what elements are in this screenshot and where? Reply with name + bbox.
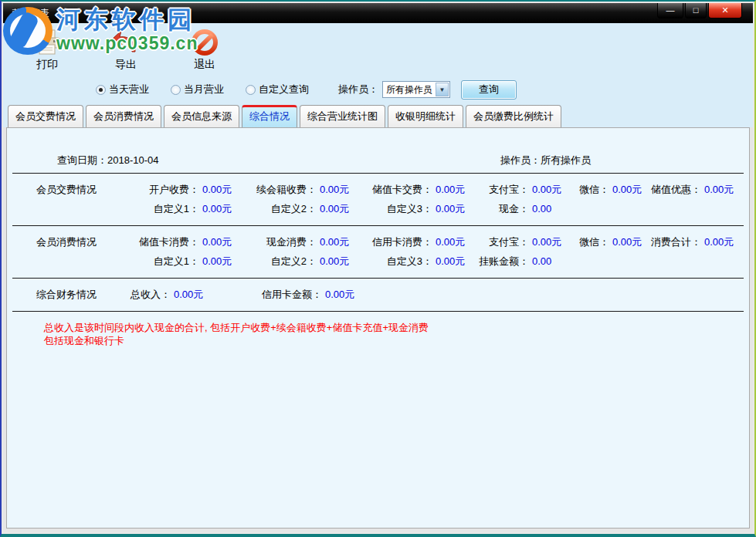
title-bar: 营业报表 — □ ✕ bbox=[3, 3, 753, 23]
report-field: 支付宝： 0.00元 bbox=[474, 235, 571, 249]
query-date-value: 2018-10-04 bbox=[107, 154, 159, 166]
tab-member-consumption[interactable]: 会员消费情况 bbox=[86, 105, 161, 128]
income-note-line2: 包括现金和银行卡 bbox=[44, 334, 749, 347]
report-field: 开户收费： 0.00元 bbox=[121, 183, 241, 197]
section-row: 自定义1： 0.00元 自定义2： 0.00元 自定义3： 0.00元 挂账金额… bbox=[13, 252, 743, 271]
section-row: 自定义1： 0.00元 自定义2： 0.00元 自定义3： 0.00元 现金： … bbox=[13, 199, 743, 218]
report-field: 储值优惠： 0.00元 bbox=[651, 183, 743, 197]
report-field: 储值卡交费： 0.00元 bbox=[358, 183, 474, 197]
section-row: 会员交费情况 开户收费： 0.00元 续会籍收费： 0.00元 储值卡交费： 0… bbox=[13, 180, 743, 199]
report-field: 消费合计： 0.00元 bbox=[651, 235, 743, 249]
report-field: 自定义2： 0.00元 bbox=[241, 255, 358, 268]
report-field: 现金： 0.00 bbox=[474, 202, 571, 216]
close-button[interactable]: ✕ bbox=[708, 3, 742, 19]
report-panel: 查询日期：2018-10-04 操作员：所有操作员 会员交费情况 开户收费： 0… bbox=[6, 127, 750, 529]
minimize-button[interactable]: — bbox=[657, 3, 683, 19]
exit-button[interactable]: 退出 bbox=[182, 27, 227, 72]
section-title: 综合财务情况 bbox=[13, 288, 121, 302]
report-field: 微信： 0.00元 bbox=[571, 183, 651, 197]
operator-info-label: 操作员： bbox=[500, 154, 541, 166]
export-label: 导出 bbox=[115, 58, 137, 72]
section-financial-summary: 综合财务情况 总收入： 0.00元 信用卡金额： 0.00元 bbox=[7, 279, 749, 311]
printer-icon bbox=[32, 27, 63, 58]
report-field: 自定义1： 0.00元 bbox=[121, 255, 241, 268]
tab-cashier-detail[interactable]: 收银明细统计 bbox=[388, 105, 463, 128]
tab-payment-ratio[interactable]: 会员缴费比例统计 bbox=[466, 105, 561, 128]
report-field: 信用卡消费： 0.00元 bbox=[358, 235, 474, 249]
radio-month-business[interactable]: 当月营业 bbox=[171, 83, 224, 96]
tab-strip: 会员交费情况 会员消费情况 会员信息来源 综合情况 综合营业统计图 收银明细统计… bbox=[3, 103, 753, 127]
section-title: 会员消费情况 bbox=[13, 235, 121, 249]
report-field: 自定义3： 0.00元 bbox=[358, 202, 474, 216]
radio-selected-icon bbox=[96, 85, 106, 95]
income-note: 总收入是该时间段内收入现金的合计, 包括开户收费+续会籍收费+储值卡充值+现金消… bbox=[44, 321, 749, 347]
section-member-payment: 会员交费情况 开户收费： 0.00元 续会籍收费： 0.00元 储值卡交费： 0… bbox=[7, 174, 749, 225]
export-button[interactable]: 导出 bbox=[103, 27, 148, 72]
tab-business-chart[interactable]: 综合营业统计图 bbox=[300, 105, 385, 128]
report-meta-row: 查询日期：2018-10-04 操作员：所有操作员 bbox=[7, 151, 749, 173]
report-field: 自定义3： 0.00元 bbox=[358, 255, 474, 268]
report-field: 支付宝： 0.00元 bbox=[474, 183, 571, 197]
report-field: 总收入： 0.00元 bbox=[121, 288, 212, 302]
print-label: 打印 bbox=[36, 58, 58, 72]
toolbar: 打印 导出 bbox=[3, 23, 753, 76]
section-member-consumption: 会员消费情况 储值卡消费： 0.00元 现金消费： 0.00元 信用卡消费： 0… bbox=[7, 226, 749, 278]
report-field: 自定义2： 0.00元 bbox=[241, 202, 358, 216]
exit-prohibition-icon bbox=[190, 27, 219, 58]
tab-summary[interactable]: 综合情况 bbox=[242, 105, 297, 128]
radio-icon bbox=[246, 85, 256, 95]
export-arrow-icon bbox=[111, 27, 141, 58]
tab-member-source[interactable]: 会员信息来源 bbox=[164, 105, 239, 128]
print-button[interactable]: 打印 bbox=[25, 27, 69, 72]
filter-bar: 当天营业 当月营业 自定义查询 操作员： 所有操作员 ▼ 查询 bbox=[3, 76, 753, 103]
window-controls: — □ ✕ bbox=[657, 3, 742, 19]
operator-info-value: 所有操作员 bbox=[541, 154, 591, 166]
operator-select[interactable]: 所有操作员 ▼ bbox=[382, 81, 450, 98]
section-row: 综合财务情况 总收入： 0.00元 信用卡金额： 0.00元 bbox=[13, 285, 743, 304]
report-field: 信用卡金额： 0.00元 bbox=[212, 288, 364, 302]
window-title: 营业报表 bbox=[12, 7, 49, 20]
radio-custom-query[interactable]: 自定义查询 bbox=[246, 83, 309, 96]
radio-month-label: 当月营业 bbox=[184, 83, 224, 96]
section-row: 会员消费情况 储值卡消费： 0.00元 现金消费： 0.00元 信用卡消费： 0… bbox=[13, 232, 743, 252]
exit-label: 退出 bbox=[194, 58, 215, 72]
report-field: 储值卡消费： 0.00元 bbox=[121, 235, 241, 249]
report-field: 自定义1： 0.00元 bbox=[121, 202, 241, 216]
report-field: 微信： 0.00元 bbox=[571, 235, 651, 249]
radio-icon bbox=[171, 85, 181, 95]
radio-custom-label: 自定义查询 bbox=[259, 83, 309, 96]
report-field: 挂账金额： 0.00 bbox=[474, 255, 571, 268]
window-frame: 营业报表 — □ ✕ 打印 bbox=[2, 2, 754, 534]
maximize-button[interactable]: □ bbox=[685, 3, 707, 19]
operator-select-value: 所有操作员 bbox=[386, 83, 432, 96]
report-field: 续会籍收费： 0.00元 bbox=[241, 183, 358, 197]
query-date: 查询日期：2018-10-04 bbox=[57, 154, 159, 167]
divider bbox=[12, 311, 744, 312]
chevron-down-icon[interactable]: ▼ bbox=[436, 83, 449, 96]
operator-info: 操作员：所有操作员 bbox=[500, 154, 591, 167]
section-title: 会员交费情况 bbox=[13, 183, 121, 197]
income-note-line1: 总收入是该时间段内收入现金的合计, 包括开户收费+续会籍收费+储值卡充值+现金消… bbox=[44, 321, 749, 334]
query-button[interactable]: 查询 bbox=[461, 80, 517, 100]
app-window: 营业报表 — □ ✕ 打印 bbox=[0, 0, 756, 537]
tab-member-payment[interactable]: 会员交费情况 bbox=[8, 105, 83, 128]
radio-today-label: 当天营业 bbox=[109, 83, 149, 96]
query-date-label: 查询日期： bbox=[57, 154, 107, 166]
radio-today-business[interactable]: 当天营业 bbox=[96, 83, 149, 96]
report-field: 现金消费： 0.00元 bbox=[241, 235, 358, 249]
operator-filter-label: 操作员： bbox=[338, 83, 378, 96]
